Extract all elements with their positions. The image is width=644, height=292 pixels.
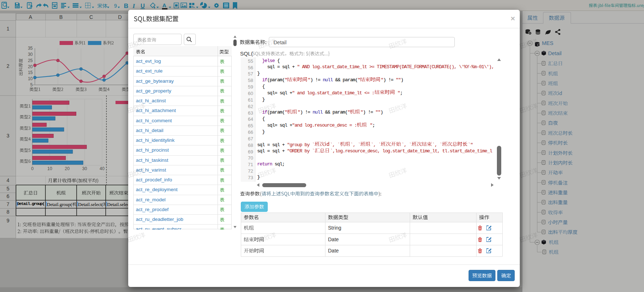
svg-text:10: 10	[28, 76, 33, 81]
svg-text:40: 40	[100, 166, 105, 171]
svg-text:5: 5	[30, 82, 33, 87]
svg-text:5: 5	[7, 186, 9, 192]
svg-text:25: 25	[28, 58, 33, 63]
svg-text:9: 9	[7, 218, 9, 223]
svg-text:30: 30	[82, 166, 87, 171]
svg-text:1: 1	[7, 26, 9, 32]
svg-text:15: 15	[28, 70, 33, 75]
svg-text:35: 35	[28, 46, 33, 51]
svg-text:U: U	[141, 3, 145, 9]
svg-text:B: B	[59, 14, 62, 20]
svg-text:A: A	[29, 14, 32, 20]
svg-text:20: 20	[65, 166, 70, 171]
svg-text:3: 3	[7, 133, 9, 139]
svg-text:7: 7	[7, 201, 9, 207]
svg-text:B: B	[124, 3, 128, 9]
svg-text:MES: MES	[542, 40, 553, 46]
svg-text:30: 30	[28, 52, 33, 57]
svg-text:A: A	[162, 2, 166, 8]
svg-text:Detail: Detail	[548, 50, 562, 56]
svg-text:9: 9	[114, 3, 117, 9]
svg-text:2: 2	[7, 63, 9, 69]
svg-text:8: 8	[7, 209, 9, 215]
svg-text:10: 10	[47, 166, 52, 171]
svg-text:6: 6	[7, 193, 9, 199]
svg-text:C: C	[89, 14, 93, 20]
svg-text:D: D	[118, 14, 122, 20]
svg-text:0: 0	[31, 166, 34, 171]
svg-text:4: 4	[7, 177, 9, 183]
svg-text:20: 20	[28, 64, 33, 69]
svg-text:I: I	[132, 3, 135, 9]
